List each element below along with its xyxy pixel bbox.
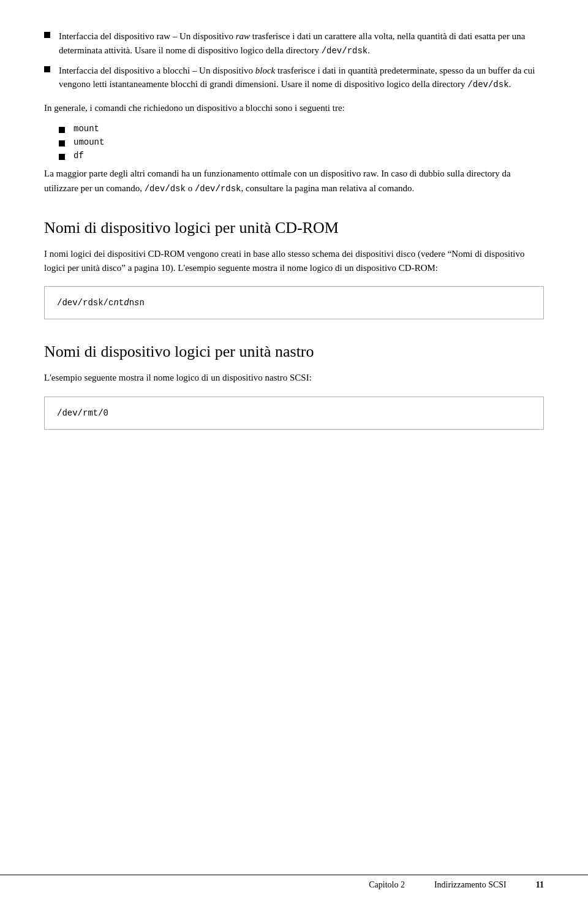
command-list: mount umount df	[59, 124, 544, 161]
footer-left	[44, 880, 369, 890]
section1-code-box: /dev/rdsk/cntdnsn	[44, 286, 544, 319]
section2-intro: L'esempio seguente mostra il nome logico…	[44, 371, 544, 385]
bullet-icon-block	[44, 66, 50, 72]
page: Interfaccia del dispositivo raw – Un dis…	[0, 0, 588, 912]
bullet-section: Interfaccia del dispositivo raw – Un dis…	[44, 29, 544, 91]
section1-heading: Nomi di dispositivo logici per unità CD-…	[44, 218, 544, 238]
bullet-icon-umount	[59, 140, 65, 146]
cmd-label-umount: umount	[74, 137, 104, 147]
bullet-text-raw: Interfaccia del dispositivo raw – Un dis…	[59, 29, 544, 58]
footer-right: Capitolo 2 Indirizzamento SCSI 11	[369, 880, 544, 890]
bullet-icon-mount	[59, 127, 65, 133]
bullet-text-block: Interfaccia del dispositivo a blocchi – …	[59, 64, 544, 92]
bullet-icon-df	[59, 154, 65, 160]
footer-title: Indirizzamento SCSI	[434, 880, 507, 890]
after-commands-paragraph: La maggior parte degli altri comandi ha …	[44, 167, 544, 196]
cmd-item-mount: mount	[59, 124, 544, 134]
bullet-item-block: Interfaccia del dispositivo a blocchi – …	[44, 64, 544, 92]
section1-code-text: /dev/rdsk/cntdnsn	[57, 298, 145, 308]
cmd-label-mount: mount	[74, 124, 99, 134]
bullet-item-raw: Interfaccia del dispositivo raw – Un dis…	[44, 29, 544, 58]
section2-code-box: /dev/rmt/0	[44, 397, 544, 430]
footer-page: 11	[536, 880, 544, 890]
footer-chapter: Capitolo 2	[369, 880, 405, 890]
section1-intro: I nomi logici dei dispositivi CD-ROM ven…	[44, 247, 544, 276]
footer: Capitolo 2 Indirizzamento SCSI 11	[0, 875, 588, 890]
section2-heading: Nomi di dispositivo logici per unità nas…	[44, 341, 544, 362]
intro-paragraph: In generale, i comandi che richiedono un…	[44, 101, 544, 115]
section2-code-text: /dev/rmt/0	[57, 408, 108, 418]
cmd-item-df: df	[59, 151, 544, 161]
cmd-label-df: df	[74, 151, 84, 161]
cmd-item-umount: umount	[59, 137, 544, 147]
bullet-icon-raw	[44, 32, 50, 38]
